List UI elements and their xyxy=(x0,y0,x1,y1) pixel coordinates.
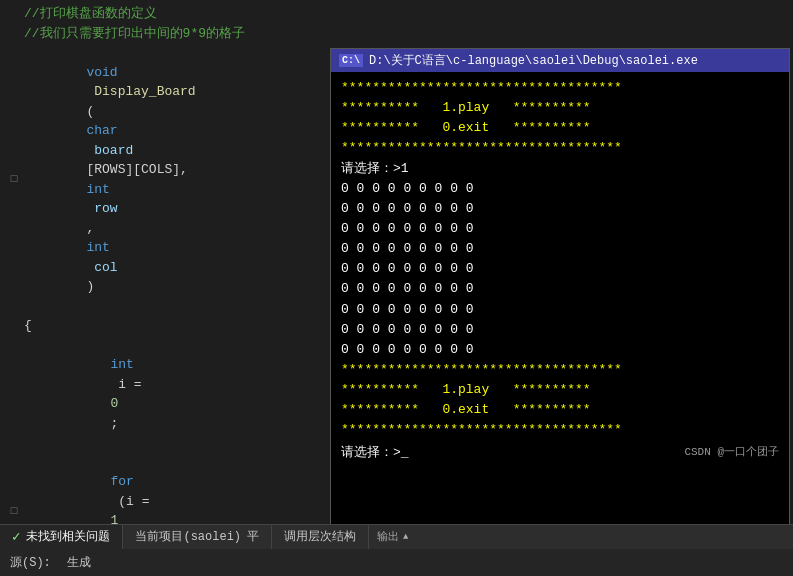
term-line: 请选择：>1 xyxy=(341,159,779,179)
code-line: □ void Display_Board ( char board [ROWS]… xyxy=(0,43,340,316)
term-line: 0 0 0 0 0 0 0 0 0 xyxy=(341,320,779,340)
bottom-tabs: ✓ 未找到相关问题 当前项目(saolei) 平 调用层次结构 输出 ▲ xyxy=(0,525,793,549)
call-stack-label: 调用层次结构 xyxy=(284,528,356,545)
source-label: 源(S): xyxy=(10,554,51,571)
term-line: ********** 1.play ********** xyxy=(341,98,779,118)
editor-area: //打印棋盘函数的定义 //我们只需要打印出中间的9*9的格子 □ void D… xyxy=(0,0,793,524)
code-line: □ for (i = 1 ; i <= row; i++) xyxy=(0,453,340,525)
output-label: 输出 xyxy=(377,529,399,544)
term-line: 0 0 0 0 0 0 0 0 0 xyxy=(341,219,779,239)
code-line: { xyxy=(0,316,340,336)
terminal-body[interactable]: ************************************ ***… xyxy=(331,72,789,524)
term-line: 0 0 0 0 0 0 0 0 0 xyxy=(341,199,779,219)
expand-icon: ▲ xyxy=(403,532,408,542)
term-line: ************************************ xyxy=(341,138,779,158)
tab-call-stack[interactable]: 调用层次结构 xyxy=(272,525,369,549)
code-editor: //打印棋盘函数的定义 //我们只需要打印出中间的9*9的格子 □ void D… xyxy=(0,0,340,524)
bottom-content: 源(S): 生成 xyxy=(0,549,793,576)
project-label: 当前项目(saolei) xyxy=(135,528,241,545)
term-line: 0 0 0 0 0 0 0 0 0 xyxy=(341,340,779,360)
code-line: int i = 0 ; xyxy=(0,336,340,453)
term-line: ********** 1.play ********** xyxy=(341,380,779,400)
terminal-watermark: CSDN @一口个团子 xyxy=(684,444,779,461)
project-icon: 平 xyxy=(247,528,259,545)
term-line: ********** 0.exit ********** xyxy=(341,400,779,420)
term-line: ************************************ xyxy=(341,360,779,380)
term-line: 0 0 0 0 0 0 0 0 0 xyxy=(341,239,779,259)
source-value: 生成 xyxy=(67,554,91,571)
term-line: ************************************ xyxy=(341,78,779,98)
term-line: 0 0 0 0 0 0 0 0 0 xyxy=(341,279,779,299)
code-line: //打印棋盘函数的定义 xyxy=(0,4,340,24)
check-icon: ✓ xyxy=(12,528,20,545)
term-prompt: 请选择：>_ xyxy=(341,443,409,463)
term-line: 0 0 0 0 0 0 0 0 0 xyxy=(341,259,779,279)
term-line: ************************************ xyxy=(341,420,779,440)
terminal-window: C:\ D:\关于C语言\c-language\saolei\Debug\sao… xyxy=(330,48,790,524)
tab-project[interactable]: 当前项目(saolei) 平 xyxy=(123,525,272,549)
term-line: 0 0 0 0 0 0 0 0 0 xyxy=(341,179,779,199)
bottom-panel: ✓ 未找到相关问题 当前项目(saolei) 平 调用层次结构 输出 ▲ 源(S… xyxy=(0,524,793,576)
terminal-titlebar: C:\ D:\关于C语言\c-language\saolei\Debug\sao… xyxy=(331,49,789,72)
terminal-title: D:\关于C语言\c-language\saolei\Debug\saolei.… xyxy=(369,52,698,69)
term-line: 0 0 0 0 0 0 0 0 0 xyxy=(341,300,779,320)
term-line: ********** 0.exit ********** xyxy=(341,118,779,138)
output-btn[interactable]: 输出 ▲ xyxy=(369,525,416,549)
tab-no-issues[interactable]: ✓ 未找到相关问题 xyxy=(0,525,123,549)
terminal-icon: C:\ xyxy=(339,54,363,67)
code-line: //我们只需要打印出中间的9*9的格子 xyxy=(0,24,340,44)
no-issues-label: 未找到相关问题 xyxy=(26,528,110,545)
